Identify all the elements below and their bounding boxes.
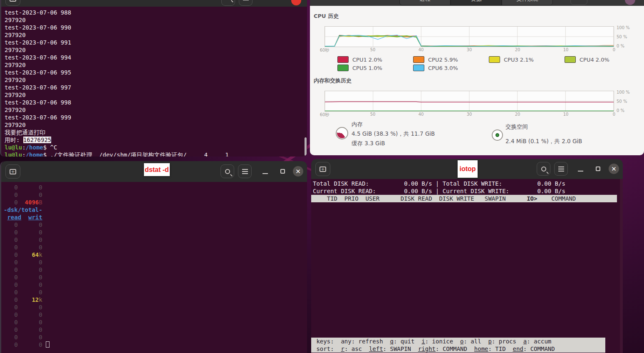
terminal-line: test-2023-07-06 998 [5, 99, 304, 106]
menu-button[interactable] [239, 0, 253, 6]
terminal-line: 0 0 [4, 184, 305, 191]
titlebar[interactable]: + dstat -d ✕ [1, 161, 307, 182]
terminal-line: 0 0 [4, 266, 305, 273]
new-tab-icon: + [10, 169, 16, 174]
terminal-line: 0 0 [4, 303, 305, 311]
terminal-line: 0 0 [4, 221, 305, 229]
terminal-line: Current DISK READ: 0.00 B/s | Current DI… [313, 187, 623, 195]
legend-item: CPU2 5.9% [413, 56, 489, 63]
terminal-line: -dsk/total- [4, 206, 305, 214]
scrollbar-track[interactable] [620, 179, 623, 353]
terminal-line: 0 64k [4, 251, 305, 259]
terminal-line: 0 0 [4, 244, 305, 251]
menu-button[interactable] [554, 162, 568, 176]
hamburger-icon [242, 171, 248, 172]
close-button[interactable]: ✕ [609, 164, 619, 174]
terminal-line: test-2023-07-06 995 [5, 69, 304, 76]
terminal-line: 0 0 [4, 229, 305, 236]
terminal-line: 297920 [5, 91, 304, 99]
terminal-line: 0 0 [4, 236, 305, 244]
dstat-output[interactable]: 0 0 0 0 0 4096B-dsk/total- read writ 0 0… [1, 182, 307, 353]
maximize-button[interactable] [596, 167, 600, 171]
new-tab-button[interactable]: + [315, 162, 330, 176]
terminal-line: sort: r: asc left: SWAPIN right: COMMAND… [313, 345, 605, 353]
search-button[interactable] [537, 162, 550, 176]
menu-button[interactable] [570, 0, 587, 5]
tab-资源[interactable]: 资源 [451, 0, 502, 5]
terminal-line: 0 0 [4, 318, 305, 326]
new-tab-icon: + [10, 0, 16, 2]
terminal-window-top-left: + test-2023-07-06 988297920test-2023-07-… [0, 0, 307, 157]
close-button[interactable]: ✕ [293, 166, 303, 176]
close-button-red[interactable] [291, 0, 301, 5]
memory-chart-x-axis: 60秒50403020100 [324, 112, 614, 117]
terminal-line: Total DISK READ: 0.00 B/s | Total DISK W… [313, 180, 623, 187]
terminal-line: lu@lu:/home$ ^C [5, 144, 304, 151]
terminal-line: test-2023-07-06 994 [5, 54, 304, 61]
legend-swatch [489, 56, 500, 63]
swap-label: 交换空间 [505, 122, 582, 132]
legend-swatch [565, 56, 576, 63]
terminal-line: 297920 [5, 61, 304, 69]
iotop-output[interactable]: Total DISK READ: 0.00 B/s | Total DISK W… [311, 179, 623, 353]
terminal-line: test-2023-07-06 997 [5, 84, 304, 91]
memory-cache: 缓存 3.3 GiB [352, 139, 435, 148]
view-tabs: 进程资源文件系统 [399, 0, 553, 5]
terminal-line: 0 0 [4, 341, 305, 348]
terminal-line: 0 0 [4, 311, 305, 318]
new-tab-button[interactable]: + [5, 164, 20, 179]
terminal-line: keys: any: refresh q: quit i: ionice o: … [313, 338, 605, 345]
terminal-line: test-2023-07-06 988 [5, 9, 304, 16]
tab-进程[interactable]: 进程 [399, 0, 451, 5]
terminal-line: lu@lu:/home$ ./文件验证处理 /dev/shm/项目架构文件验证包… [5, 151, 304, 157]
legend-swatch [337, 56, 349, 63]
close-button[interactable] [625, 0, 635, 5]
terminal-line: 297920 [5, 121, 304, 129]
terminal-line: 297920 [5, 106, 304, 114]
search-button[interactable] [221, 0, 235, 6]
terminal-line: TID PRIO USER DISK READ DISK WRITE SWAPI… [313, 195, 617, 202]
search-icon [225, 169, 230, 174]
new-tab-button[interactable]: + [5, 0, 20, 6]
terminal-line: 297920 [5, 31, 304, 39]
window-title-label: dstat -d [144, 163, 170, 176]
memory-history-title: 内存和交换历史 [314, 77, 352, 85]
new-tab-icon: + [320, 167, 326, 172]
legend-item: CPU1 2.0% [337, 56, 413, 63]
legend-item: CPU5 1.0% [337, 64, 413, 72]
system-monitor-header: 进程资源文件系统 [310, 0, 644, 6]
memory-history-chart [324, 91, 614, 112]
legend-swatch [413, 56, 424, 63]
titlebar[interactable]: + [1, 0, 307, 7]
terminal-output[interactable]: test-2023-07-06 988297920test-2023-07-06… [1, 7, 307, 157]
minimize-button[interactable] [578, 171, 583, 172]
search-button[interactable] [220, 164, 234, 178]
terminal-line: 0 4096B [4, 199, 305, 206]
memory-label: 内存 [352, 119, 435, 129]
scrollbar-thumb[interactable] [305, 137, 307, 156]
tab-文件系统[interactable]: 文件系统 [502, 0, 553, 5]
swap-dot-icon [492, 129, 503, 141]
terminal-line: 我要把通道打印 [5, 129, 304, 136]
terminal-line: 0 0 [4, 333, 305, 341]
cpu-history-title: CPU 历史 [314, 12, 339, 20]
legend-item: CPU6 3.0% [413, 64, 489, 72]
dstat-terminal-window: + dstat -d ✕ 0 0 0 0 0 4096B-dsk/total- … [0, 161, 307, 353]
terminal-line: 0 0 [4, 326, 305, 333]
swap-info: 交换空间 2.4 MiB (0.1 %)，共 2.0 GiB [505, 122, 582, 146]
swap-usage: 2.4 MiB (0.1 %)，共 2.0 GiB [505, 137, 582, 146]
terminal-line: test-2023-07-06 999 [5, 114, 304, 121]
legend-item: CPU3 2.1% [489, 56, 565, 63]
iotop-key-hints: keys: any: refresh q: quit i: ionice o: … [311, 338, 605, 353]
titlebar[interactable]: + iotop ✕ [311, 159, 623, 179]
terminal-line: 0 0 [4, 281, 305, 288]
terminal-line: 0 0 [4, 191, 305, 199]
minimize-button[interactable] [263, 173, 268, 174]
iotop-totals: Total DISK READ: 0.00 B/s | Total DISK W… [313, 180, 623, 195]
cpu-history-chart [324, 26, 614, 47]
menu-button[interactable] [238, 164, 252, 178]
system-monitor-window: 进程资源文件系统 CPU 历史 60秒50403020100 100 %50 %… [310, 0, 644, 155]
terminal-line: read writ [4, 214, 305, 221]
terminal-line: 0 0 [4, 273, 305, 281]
maximize-button[interactable] [280, 169, 285, 174]
